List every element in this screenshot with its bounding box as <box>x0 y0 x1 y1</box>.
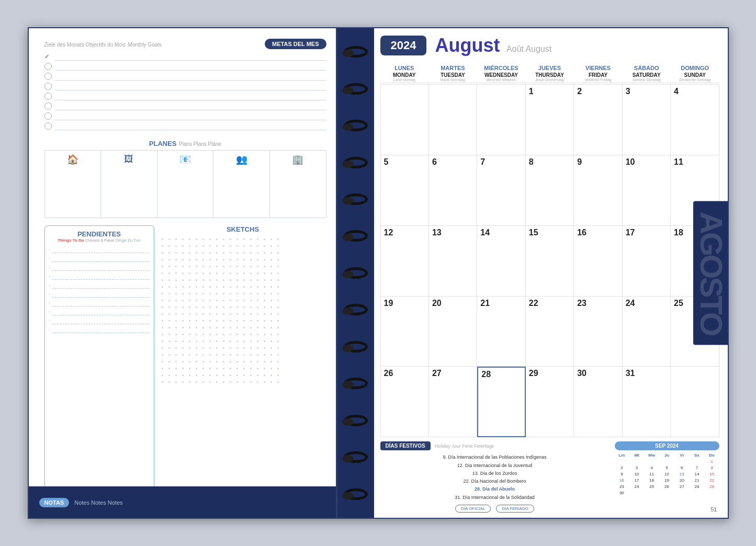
sketch-dot <box>202 347 204 349</box>
cal-day-10[interactable]: 10 <box>623 155 671 226</box>
sketch-dot <box>202 279 204 281</box>
sketch-dot <box>216 374 218 376</box>
cal-day-6[interactable]: 6 <box>429 155 477 226</box>
cal-day-1[interactable]: 1 <box>526 85 574 155</box>
sketch-dot <box>223 361 224 362</box>
sketch-dot <box>168 293 170 294</box>
mini-day-empty <box>690 459 704 464</box>
sketch-dot <box>236 347 238 349</box>
dia-feriado-btn[interactable]: DÍA FERIADO <box>496 505 534 513</box>
mini-day-empty <box>645 459 659 464</box>
dia-oficial-btn[interactable]: DÍA OFICIAL <box>455 505 491 513</box>
sketch-dot <box>175 286 177 288</box>
sketch-dot <box>202 313 204 315</box>
ring-12 <box>344 451 368 463</box>
cal-day-2[interactable]: 2 <box>574 85 622 155</box>
sketch-dot <box>202 320 204 322</box>
cal-day-21[interactable]: 21 <box>477 297 525 367</box>
sketch-dot <box>236 320 238 322</box>
cal-day-24[interactable]: 24 <box>623 297 671 367</box>
cal-day-12[interactable]: 12 <box>381 226 429 297</box>
cal-day-29[interactable]: 29 <box>526 367 574 437</box>
sketch-dot <box>277 238 279 240</box>
cal-day-31[interactable]: 31 <box>623 367 671 437</box>
sketch-dot <box>264 334 265 335</box>
sketch-dot <box>202 334 204 335</box>
sketch-dot <box>250 286 252 288</box>
cal-day-7[interactable]: 7 <box>477 155 525 226</box>
sketch-dot <box>209 272 211 274</box>
cal-day-9[interactable]: 9 <box>574 155 622 226</box>
sketch-dot <box>162 272 163 274</box>
cal-day-17[interactable]: 17 <box>623 226 671 297</box>
cal-day-4[interactable]: 4 <box>671 85 719 155</box>
sketch-dot <box>189 300 190 301</box>
sketch-dot <box>162 374 163 376</box>
cal-day-23[interactable]: 23 <box>574 297 622 367</box>
goal-item-2 <box>44 72 326 81</box>
sketch-dot <box>175 381 177 383</box>
cal-day-27[interactable]: 27 <box>429 367 477 437</box>
cal-day-5[interactable]: 5 <box>381 155 429 226</box>
plans-grid: 🏠 🖼 📧 👥 🏢 <box>44 150 326 218</box>
sketch-dot <box>216 368 218 369</box>
sketch-dot <box>202 259 204 260</box>
cal-day-14[interactable]: 14 <box>477 226 525 297</box>
cal-day-8[interactable]: 8 <box>526 155 574 226</box>
sketch-dot <box>250 381 252 383</box>
sketch-dot <box>196 306 197 308</box>
cal-day-19[interactable]: 19 <box>381 297 429 367</box>
sketch-dot <box>236 279 238 281</box>
goal-item-1 <box>44 62 326 71</box>
sketch-dot <box>236 286 238 288</box>
mini-day-12: 12 <box>660 471 674 477</box>
sketch-dot <box>264 293 265 294</box>
bottom-section: PENDIENTES Things To Do Choses á Faise D… <box>44 225 326 513</box>
cal-day-26[interactable]: 26 <box>381 367 429 437</box>
sketch-dot <box>270 334 272 335</box>
sketch-dot <box>236 306 238 308</box>
sketch-dot <box>209 279 211 281</box>
sketch-dot <box>189 245 190 247</box>
sketch-dot <box>236 266 238 267</box>
sketch-dot <box>270 293 272 294</box>
cal-day-30[interactable]: 30 <box>574 367 622 437</box>
sketch-dot <box>223 293 224 294</box>
sketch-dot <box>189 327 190 328</box>
cal-day-22[interactable]: 22 <box>526 297 574 367</box>
image-icon: 🖼 <box>124 154 133 165</box>
sketch-dot <box>175 300 177 301</box>
sketch-dot <box>243 266 245 267</box>
sketch-dot <box>257 306 258 308</box>
sketch-dot <box>209 320 211 322</box>
sketch-dot <box>257 368 258 369</box>
sketch-dot <box>236 327 238 328</box>
sketch-dot <box>236 300 238 301</box>
sketch-dot <box>202 368 204 369</box>
cal-day-15[interactable]: 15 <box>526 226 574 297</box>
cal-day-13[interactable]: 13 <box>429 226 477 297</box>
sketch-dot <box>216 327 218 328</box>
sketch-dot <box>250 266 252 267</box>
sketch-dot <box>223 286 224 288</box>
cal-day-28[interactable]: 28 <box>477 367 525 437</box>
plan-col-image: 🖼 <box>101 151 157 218</box>
sketch-dot <box>243 259 245 260</box>
sketch-dot <box>223 300 224 301</box>
sketch-dot <box>223 368 224 369</box>
sketch-dot <box>223 279 224 281</box>
home-icon: 🏠 <box>67 154 78 165</box>
sketch-dot <box>270 272 272 274</box>
sketch-dot <box>236 238 238 240</box>
sketch-dot <box>216 347 218 349</box>
day-head-sun: DOMINGO SUNDAY Dimanche Sonntag <box>671 61 719 83</box>
cal-day-20[interactable]: 20 <box>429 297 477 367</box>
sketch-dot <box>230 313 231 315</box>
mini-day-18: 18 <box>645 477 659 483</box>
cal-day-16[interactable]: 16 <box>574 226 622 297</box>
sketch-dot <box>216 340 218 342</box>
sketch-dot <box>175 306 177 308</box>
sketch-dot <box>250 327 252 328</box>
cal-day-3[interactable]: 3 <box>623 85 671 155</box>
sketch-dot <box>196 266 197 267</box>
